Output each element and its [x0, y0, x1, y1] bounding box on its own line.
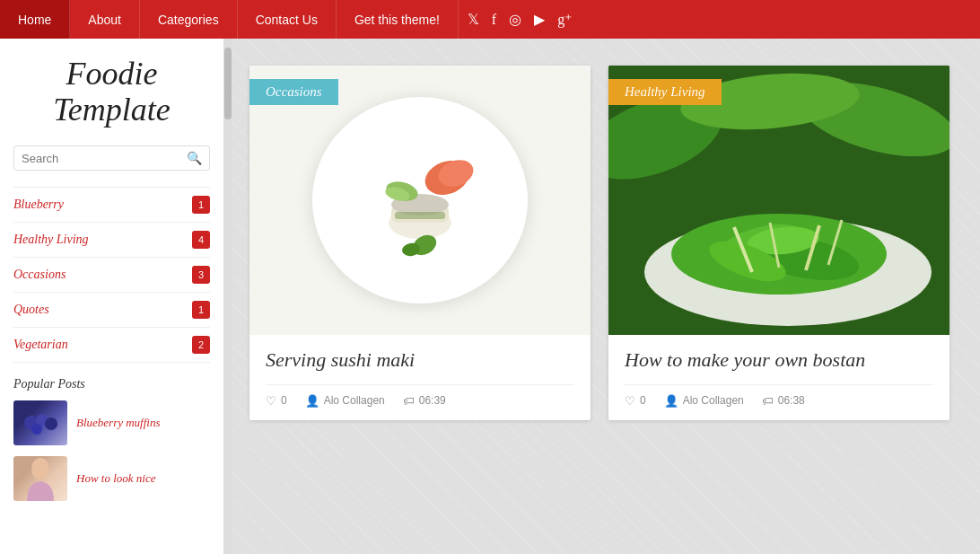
- svg-point-4: [31, 458, 49, 479]
- nav-item-categories[interactable]: Categories: [140, 0, 238, 39]
- popular-posts-title: Popular Posts: [13, 377, 210, 391]
- social-icons: 𝕏 f ◎ ▶ g⁺: [468, 11, 572, 28]
- card-meta-sushi: ♡ 0 👤 Alo Collagen 🏷 06:39: [266, 384, 574, 408]
- sidebar-item-quotes[interactable]: Quotes 1: [13, 293, 210, 328]
- author-sushi[interactable]: 👤 Alo Collagen: [305, 394, 385, 408]
- likes-sushi[interactable]: ♡ 0: [266, 394, 287, 408]
- user-icon: 👤: [305, 394, 319, 408]
- facebook-icon[interactable]: f: [492, 12, 496, 28]
- nav-item-contact[interactable]: Contact Us: [238, 0, 337, 39]
- sidebar-scrollbar[interactable]: [224, 39, 232, 554]
- time-greens: 🏷 06:38: [762, 394, 805, 408]
- tag-icon: 🏷: [403, 394, 415, 408]
- card-body-sushi: Serving sushi maki ♡ 0 👤 Alo Collagen 🏷 …: [249, 335, 591, 420]
- page-wrap: Foodie Template 🔍 Blueberry 1 Healthy Li…: [0, 39, 980, 554]
- svg-point-3: [31, 424, 42, 435]
- search-button[interactable]: 🔍: [187, 151, 202, 165]
- post-card-sushi: Occasions Serving sushi maki ♡ 0 👤 Alo C…: [249, 66, 591, 420]
- svg-point-2: [45, 418, 57, 430]
- search-input[interactable]: [22, 152, 187, 165]
- user-icon-2: 👤: [664, 394, 678, 408]
- popular-post-blueberry[interactable]: Blueberry muffins: [13, 400, 210, 445]
- popular-post-thumb-blueberry: [13, 400, 67, 445]
- svg-rect-14: [395, 212, 445, 219]
- heart-icon: ♡: [266, 394, 276, 408]
- nav-item-home[interactable]: Home: [0, 0, 70, 39]
- popular-post-thumb-woman: [13, 456, 67, 501]
- sidebar: Foodie Template 🔍 Blueberry 1 Healthy Li…: [0, 39, 224, 554]
- greens-illustration: [608, 66, 949, 335]
- vimeo-icon[interactable]: ▶: [534, 11, 545, 28]
- heart-icon-2: ♡: [625, 394, 635, 408]
- tag-icon-2: 🏷: [762, 394, 774, 408]
- greens-image: [608, 66, 949, 335]
- sushi-illustration: [330, 115, 510, 286]
- card-title-sushi: Serving sushi maki: [266, 347, 574, 374]
- sidebar-item-blueberry[interactable]: Blueberry 1: [13, 188, 210, 223]
- popular-post-label-woman: How to look nice: [76, 471, 155, 486]
- badge-occasions[interactable]: Occasions: [249, 79, 338, 105]
- site-title: Foodie Template: [13, 57, 210, 128]
- card-meta-greens: ♡ 0 👤 Alo Collagen 🏷 06:38: [625, 384, 933, 408]
- time-sushi: 🏷 06:39: [403, 394, 446, 408]
- author-greens[interactable]: 👤 Alo Collagen: [664, 394, 744, 408]
- twitter-icon[interactable]: 𝕏: [468, 11, 479, 28]
- popular-post-woman[interactable]: How to look nice: [13, 456, 210, 501]
- dribbble-icon[interactable]: ◎: [509, 11, 521, 28]
- card-image-wrap-greens: Healthy Living: [608, 66, 949, 335]
- main-nav: Home About Categories Contact Us Get thi…: [0, 0, 980, 39]
- sushi-plate: [312, 97, 528, 303]
- categories-list: Blueberry 1 Healthy Living 4 Occasions 3…: [13, 187, 210, 363]
- post-card-greens: Healthy Living How to make your own bost…: [608, 66, 949, 420]
- search-wrap: 🔍: [13, 145, 210, 171]
- sidebar-item-occasions[interactable]: Occasions 3: [13, 258, 210, 293]
- badge-healthy-living[interactable]: Healthy Living: [608, 79, 722, 105]
- scrollbar-thumb[interactable]: [224, 48, 232, 119]
- sidebar-item-healthy-living[interactable]: Healthy Living 4: [13, 223, 210, 258]
- card-title-greens: How to make your own bostan: [625, 347, 933, 374]
- card-image-wrap-sushi: Occasions: [249, 66, 591, 335]
- nav-item-about[interactable]: About: [70, 0, 140, 39]
- likes-greens[interactable]: ♡ 0: [625, 394, 646, 408]
- sushi-image: [249, 66, 591, 335]
- nav-item-theme[interactable]: Get this theme!: [337, 0, 459, 39]
- main-content: Occasions Serving sushi maki ♡ 0 👤 Alo C…: [232, 39, 980, 554]
- popular-post-label-blueberry: Blueberry muffins: [76, 416, 161, 430]
- googleplus-icon[interactable]: g⁺: [557, 11, 572, 28]
- sidebar-item-vegetarian[interactable]: Vegetarian 2: [13, 328, 210, 363]
- card-body-greens: How to make your own bostan ♡ 0 👤 Alo Co…: [608, 335, 949, 420]
